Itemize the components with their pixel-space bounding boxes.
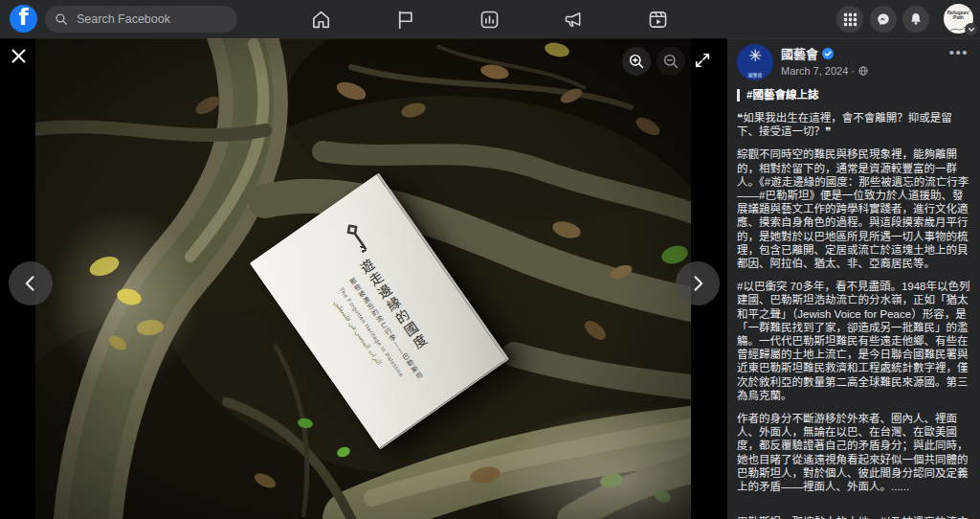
key-icon — [339, 217, 377, 259]
nav-tab-video[interactable] — [641, 4, 674, 34]
close-icon — [11, 48, 27, 64]
home-icon — [310, 9, 332, 31]
chevron-down-icon — [968, 26, 975, 34]
messenger-button[interactable] — [870, 6, 897, 33]
post-paragraph: 巴勒斯坦，那塊黏人的土地，以及被遺忘的流亡行李：《遊走邊緣的國度》（文 / 廖芸… — [737, 515, 970, 519]
photo-viewer: 遊走邊緣的國度 那些被遺忘的流亡行李——巴勒斯坦 The Forgotten H… — [0, 38, 727, 519]
profile-avatar-label: Refugees' Path — [944, 11, 973, 20]
search-bar[interactable] — [45, 6, 237, 33]
menu-button[interactable] — [836, 6, 863, 33]
post-paragraph: 作者的身分不斷游移於外來者、圈內人、裡面人、外面人，無論在以巴、在台灣、在歐美國… — [737, 412, 970, 493]
zoom-in-button[interactable] — [622, 47, 651, 76]
post-paragraph: #以巴衝突 70多年，看不見盡頭。1948年以色列建國、巴勒斯坦浩劫流亡的分水嶺… — [737, 280, 970, 402]
bell-icon — [908, 11, 924, 27]
page-logo-icon: ✳ — [737, 46, 773, 66]
page-avatar[interactable]: ✳ 國藝會 — [737, 44, 773, 80]
zoom-out-button[interactable] — [657, 47, 685, 76]
fullscreen-button[interactable] — [692, 50, 713, 71]
post-paragraph: ❝如果我出生在這裡，會不會離開？抑或是留下、接受這一切？❞ — [737, 111, 970, 138]
post-timestamp[interactable]: March 7, 2024 · — [781, 65, 947, 77]
facebook-logo-icon[interactable]: f — [10, 5, 37, 33]
post-details-panel: ✳ 國藝會 國藝會 March 7, 2024 · ••• #國藝會 — [727, 38, 980, 519]
search-input[interactable] — [75, 11, 222, 27]
video-reels-icon — [647, 9, 669, 31]
chevron-left-icon — [21, 274, 40, 293]
post-paragraph: 綜觀不同時空的難民與移民現象裡，能夠離開的，相對於留下的，通常是資源較豐富的一群… — [737, 147, 970, 270]
page-name-text: 國藝會 — [781, 44, 818, 62]
close-button[interactable] — [8, 45, 29, 66]
post-body: ❝如果我出生在這裡，會不會離開？抑或是留下、接受這一切？❞ 綜觀不同時空的難民與… — [737, 111, 970, 519]
chevron-right-icon — [688, 274, 707, 293]
previous-photo-button[interactable] — [9, 261, 53, 305]
expand-icon — [694, 52, 711, 69]
page-name[interactable]: 國藝會 — [781, 44, 947, 62]
messenger-icon — [876, 11, 891, 27]
post-photo: 遊走邊緣的國度 那些被遺忘的流亡行李——巴勒斯坦 The Forgotten H… — [35, 38, 691, 519]
post-date-text: March 7, 2024 · — [781, 65, 855, 77]
megaphone-icon — [563, 9, 585, 31]
nav-tab-pages[interactable] — [389, 4, 421, 34]
flag-icon — [394, 9, 416, 31]
post-tagline-hashtag[interactable]: #國藝會線上誌 — [737, 89, 970, 102]
verified-badge-icon — [822, 48, 834, 59]
next-photo-button[interactable] — [676, 261, 720, 305]
profile-chevron-badge — [965, 23, 977, 35]
zoom-out-icon — [662, 53, 679, 70]
search-icon — [55, 12, 68, 26]
nav-tab-ad-center[interactable] — [557, 4, 590, 34]
nav-tab-insights[interactable] — [473, 4, 505, 34]
post-header: ✳ 國藝會 國藝會 March 7, 2024 · ••• — [737, 44, 970, 80]
menu-grid-icon — [843, 12, 858, 27]
more-options-button[interactable]: ••• — [947, 44, 970, 61]
zoom-in-icon — [628, 53, 645, 70]
notifications-button[interactable] — [902, 6, 929, 33]
insights-chart-icon — [479, 9, 501, 31]
globe-privacy-icon — [858, 66, 868, 76]
top-navigation-bar: f — [0, 0, 980, 38]
page-logo-text: 國藝會 — [737, 71, 773, 78]
nav-tab-home[interactable] — [304, 4, 337, 34]
